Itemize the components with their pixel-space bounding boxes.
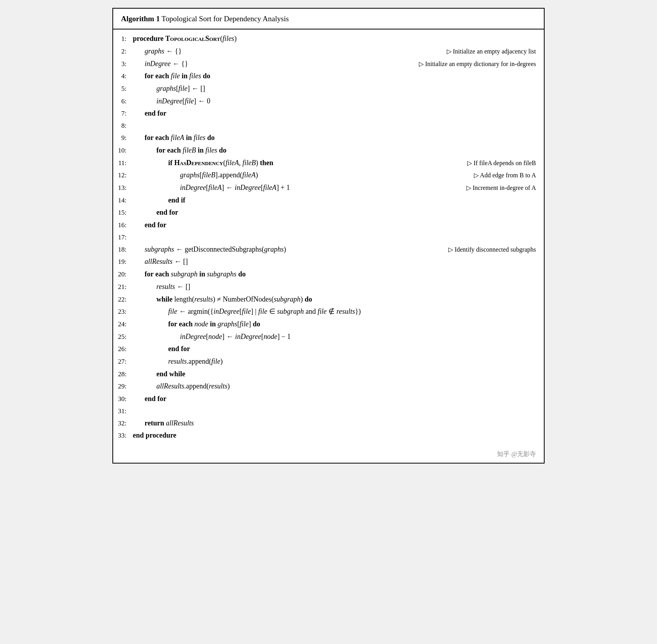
algorithm-line: 13:inDegree[fileA] ← inDegree[fileA] + 1… (113, 182, 544, 194)
line-content: while length(results) ≠ NumberOfNodes(su… (133, 294, 536, 305)
line-number: 32: (113, 418, 133, 429)
algorithm-line: 32:return allResults (113, 417, 544, 430)
line-number: 21: (113, 282, 133, 293)
line-content: graphs ← {}▷ Initialize an empty adjacen… (133, 46, 536, 57)
line-code: allResults.append(results) (133, 381, 536, 392)
line-number: 5: (113, 83, 133, 94)
algorithm-line: 25:inDegree[node] ← inDegree[node] − 1 (113, 331, 544, 343)
line-code: for each subgraph in subgraphs do (133, 269, 536, 280)
line-code: inDegree[fileA] ← inDegree[fileA] + 1 (133, 182, 459, 194)
algorithm-box: Algorithm 1 Topological Sort for Depende… (112, 8, 545, 464)
line-number: 2: (113, 46, 133, 57)
line-code: inDegree[node] ← inDegree[node] − 1 (133, 331, 536, 343)
line-number: 22: (113, 294, 133, 305)
line-code: for each node in graphs[file] do (133, 318, 536, 330)
line-number: 26: (113, 344, 133, 355)
algorithm-line: 17: (113, 232, 544, 243)
algorithm-line: 27:results.append(file) (113, 355, 544, 368)
line-content: end procedure (133, 430, 536, 442)
line-content: end for (133, 219, 536, 231)
line-content: inDegree[fileA] ← inDegree[fileA] + 1▷ I… (133, 182, 536, 194)
algorithm-line: 2:graphs ← {}▷ Initialize an empty adjac… (113, 45, 544, 58)
line-code: inDegree ← {} (133, 58, 411, 70)
line-content: return allResults (133, 418, 536, 429)
algorithm-line: 15:end for (113, 206, 544, 219)
algorithm-line: 30:end for (113, 393, 544, 405)
line-content: for each subgraph in subgraphs do (133, 269, 536, 280)
line-content: inDegree[node] ← inDegree[node] − 1 (133, 331, 536, 343)
algorithm-line: 16:end for (113, 219, 544, 232)
line-number: 18: (113, 244, 133, 255)
algorithm-line: 21:results ← [] (113, 281, 544, 293)
line-code: if HasDependency(fileA, fileB) then (133, 157, 459, 169)
line-number: 31: (113, 406, 133, 417)
algorithm-line: 12:graphs[fileB].append(fileA)▷ Add edge… (113, 169, 544, 182)
line-comment: ▷ Identify disconnected subgraphs (448, 245, 536, 255)
line-number: 14: (113, 195, 133, 206)
line-code: for each file in files do (133, 70, 536, 82)
line-code: inDegree[file] ← 0 (133, 96, 536, 107)
line-content: allResults ← [] (133, 256, 536, 268)
line-number: 17: (113, 232, 133, 243)
line-number: 25: (113, 331, 133, 342)
line-number: 23: (113, 306, 133, 317)
algorithm-line: 3:inDegree ← {}▷ Initialize an empty dic… (113, 58, 544, 70)
watermark: 知乎 @无影寺 (113, 447, 544, 462)
line-code: end for (133, 108, 536, 120)
line-number: 6: (113, 96, 133, 107)
line-number: 33: (113, 430, 133, 441)
algorithm-line: 10:for each fileB in files do (113, 144, 544, 157)
line-code: file ← argmin({inDegree[file] | file ∈ s… (133, 306, 536, 318)
line-content: graphs[file] ← [] (133, 83, 536, 95)
line-content: for each fileA in files do (133, 132, 536, 144)
algorithm-line: 5:graphs[file] ← [] (113, 83, 544, 95)
line-code: results.append(file) (133, 356, 536, 368)
line-content: inDegree[file] ← 0 (133, 96, 536, 107)
line-code: while length(results) ≠ NumberOfNodes(su… (133, 294, 536, 305)
algorithm-line: 9:for each fileA in files do (113, 132, 544, 144)
algorithm-header: Algorithm 1 Topological Sort for Depende… (113, 9, 544, 29)
line-code: end for (133, 343, 536, 355)
line-number: 1: (113, 33, 133, 44)
algorithm-line: 29:allResults.append(results) (113, 380, 544, 393)
line-number: 28: (113, 369, 133, 380)
algorithm-line: 31: (113, 405, 544, 417)
line-code: end for (133, 207, 536, 219)
algorithm-line: 22:while length(results) ≠ NumberOfNodes… (113, 293, 544, 306)
line-content: if HasDependency(fileA, fileB) then▷ If … (133, 157, 536, 169)
line-number: 9: (113, 132, 133, 144)
line-number: 10: (113, 145, 133, 156)
line-code: procedure TopologicalSort(files) (133, 33, 536, 45)
line-number: 16: (113, 220, 133, 231)
line-content: end for (133, 343, 536, 355)
algorithm-line: 11:if HasDependency(fileA, fileB) then▷ … (113, 157, 544, 169)
line-code: subgraphs ← getDisconnectedSubgraphs(gra… (133, 244, 440, 256)
line-content: subgraphs ← getDisconnectedSubgraphs(gra… (133, 244, 536, 256)
line-number: 7: (113, 108, 133, 119)
line-code: allResults ← [] (133, 256, 536, 268)
algorithm-line: 26:end for (113, 343, 544, 355)
algorithm-line: 23:file ← argmin({inDegree[file] | file … (113, 305, 544, 318)
algorithm-line: 1:procedure TopologicalSort(files) (113, 33, 544, 45)
line-number: 15: (113, 207, 133, 218)
line-content: for each file in files do (133, 70, 536, 82)
algorithm-line: 7:end for (113, 107, 544, 120)
algorithm-line: 19:allResults ← [] (113, 256, 544, 268)
line-code: for each fileB in files do (133, 145, 536, 156)
line-number: 4: (113, 71, 133, 82)
line-number: 30: (113, 394, 133, 405)
line-number: 29: (113, 381, 133, 392)
algorithm-line: 18:subgraphs ← getDisconnectedSubgraphs(… (113, 243, 544, 256)
line-number: 19: (113, 256, 133, 267)
line-content: allResults.append(results) (133, 381, 536, 392)
line-code: end if (133, 195, 536, 206)
algorithm-line: 24:for each node in graphs[file] do (113, 318, 544, 331)
algorithm-line: 8: (113, 120, 544, 132)
line-content: end for (133, 108, 536, 120)
line-number: 27: (113, 356, 133, 367)
line-code: return allResults (133, 418, 536, 429)
line-content: inDegree ← {}▷ Initialize an empty dicti… (133, 58, 536, 70)
algorithm-number: Algorithm 1 (121, 15, 160, 23)
line-content: results.append(file) (133, 356, 536, 368)
line-number: 24: (113, 319, 133, 330)
